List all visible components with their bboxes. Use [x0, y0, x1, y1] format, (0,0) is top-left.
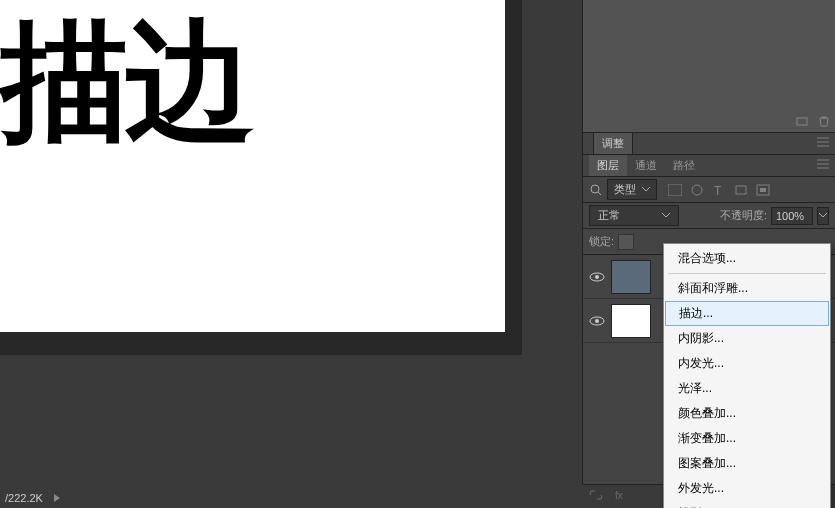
filter-text-icon[interactable]: T [711, 182, 727, 198]
layers-panel-header: 图层 通道 路径 [583, 155, 835, 177]
lock-label: 锁定: [589, 234, 614, 249]
tab-channels[interactable]: 通道 [627, 155, 665, 176]
tab-layers[interactable]: 图层 [589, 155, 627, 176]
top-empty-panel [583, 0, 835, 133]
panel-collapse-icon[interactable] [795, 114, 809, 128]
status-bar: /222.2K [0, 488, 522, 508]
blend-mode-value: 正常 [598, 208, 620, 223]
fx-icon[interactable]: fx [614, 489, 630, 505]
svg-point-3 [692, 185, 702, 195]
menu-item[interactable]: 颜色叠加... [664, 401, 830, 426]
trash-icon[interactable] [817, 114, 831, 128]
eye-icon[interactable] [587, 311, 607, 331]
opacity-dropdown-icon[interactable] [817, 207, 829, 225]
svg-point-1 [591, 185, 599, 193]
opacity-value[interactable]: 100% [771, 207, 813, 225]
filter-adjust-icon[interactable] [689, 182, 705, 198]
svg-rect-7 [760, 188, 766, 192]
svg-point-11 [595, 319, 599, 323]
layer-filter-row: 类型 T [583, 177, 835, 203]
svg-rect-2 [668, 184, 682, 196]
status-zoom: /222.2K [5, 492, 43, 504]
menu-item[interactable]: 内阴影... [664, 326, 830, 351]
menu-item[interactable]: 内发光... [664, 351, 830, 376]
filter-image-icon[interactable] [667, 182, 683, 198]
filter-smart-icon[interactable] [755, 182, 771, 198]
svg-rect-0 [797, 118, 807, 125]
lock-transparent-icon[interactable] [618, 234, 634, 250]
search-icon[interactable] [589, 183, 603, 197]
layer-style-context-menu: 混合选项...斜面和浮雕...描边...内阴影...内发光...光泽...颜色叠… [663, 243, 831, 508]
tab-paths[interactable]: 路径 [665, 155, 703, 176]
menu-separator [668, 273, 826, 274]
link-icon[interactable] [588, 489, 604, 505]
eye-icon[interactable] [587, 267, 607, 287]
panel-menu-icon[interactable] [817, 159, 831, 173]
panel-menu-icon[interactable] [817, 137, 831, 151]
layer-thumbnail[interactable] [611, 304, 651, 338]
menu-item[interactable]: 投影... [664, 501, 830, 508]
svg-text:fx: fx [615, 490, 623, 501]
filter-label: 类型 [614, 182, 636, 197]
opacity-label: 不透明度: [720, 208, 767, 223]
menu-item[interactable]: 描边... [665, 301, 829, 326]
svg-rect-5 [736, 186, 746, 194]
layer-thumbnail[interactable] [611, 260, 651, 294]
filter-shape-icon[interactable] [733, 182, 749, 198]
adjustments-tab[interactable]: 调整 [593, 132, 633, 155]
scroll-right-icon[interactable] [51, 492, 63, 504]
svg-point-9 [595, 275, 599, 279]
svg-text:T: T [714, 184, 722, 196]
filter-type-dropdown[interactable]: 类型 [607, 179, 657, 200]
adjustments-panel-header: 调整 [583, 133, 835, 155]
menu-item[interactable]: 斜面和浮雕... [664, 276, 830, 301]
menu-item[interactable]: 混合选项... [664, 246, 830, 271]
menu-item[interactable]: 外发光... [664, 476, 830, 501]
canvas-area: 描边 [0, 0, 522, 355]
menu-item[interactable]: 光泽... [664, 376, 830, 401]
menu-item[interactable]: 图案叠加... [664, 451, 830, 476]
blend-mode-row: 正常 不透明度: 100% [583, 203, 835, 229]
menu-item[interactable]: 渐变叠加... [664, 426, 830, 451]
blend-mode-dropdown[interactable]: 正常 [589, 205, 679, 226]
canvas[interactable]: 描边 [0, 0, 505, 332]
canvas-text: 描边 [0, 0, 250, 171]
